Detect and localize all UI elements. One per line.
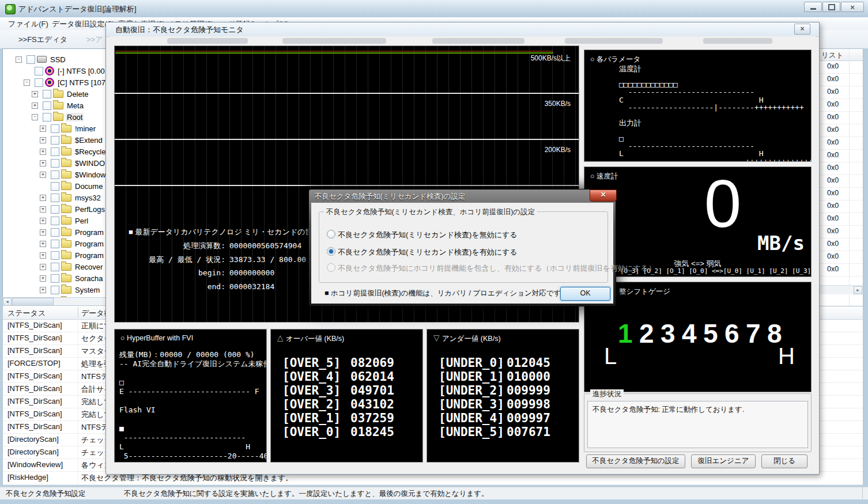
tree-item-label[interactable]: [-] NTFS [0.00	[56, 67, 106, 75]
tree-item-label[interactable]: Root	[66, 113, 84, 122]
tree-item[interactable]: +System	[3, 284, 106, 295]
tree-item-label[interactable]: Program	[74, 240, 105, 248]
radio-icon[interactable]	[327, 230, 335, 238]
tree-item[interactable]: +Program	[3, 249, 106, 261]
list-item[interactable]: 0x0	[819, 263, 863, 276]
list-item[interactable]: 0x0	[819, 200, 863, 213]
tree-checkbox[interactable]	[51, 147, 59, 156]
expand-icon[interactable]: +	[40, 172, 46, 178]
tree-checkbox[interactable]	[43, 101, 51, 110]
list-item[interactable]: 0x0	[819, 124, 863, 137]
tree-item-label[interactable]: $WINDO	[74, 159, 106, 168]
radio-option-1[interactable]: 不良セクタ危険予知(ミリセカンド検査)を有効にする	[311, 247, 613, 257]
tree-item-label[interactable]: msys32	[74, 194, 102, 202]
tree-item[interactable]: +$Recycle	[3, 146, 106, 157]
expand-icon[interactable]: +	[40, 229, 46, 236]
expand-icon[interactable]: +	[40, 160, 46, 166]
hex-list-scrollbar[interactable]: ►	[819, 285, 863, 294]
menu-item-0[interactable]: ファイル(F)	[8, 19, 48, 29]
tree-item[interactable]: +PerfLogs	[3, 203, 106, 215]
tree-checkbox[interactable]	[27, 55, 35, 64]
list-item[interactable]: 0x0	[819, 175, 863, 188]
expand-icon[interactable]: +	[40, 137, 46, 143]
expand-icon[interactable]: +	[40, 195, 46, 201]
maximize-button[interactable]	[822, 2, 840, 12]
toolbar-secondary-button[interactable]: >>ア	[86, 35, 103, 45]
risk-settings-button[interactable]: 不良セクタ危険予知の設定	[586, 454, 685, 468]
tree-checkbox[interactable]	[51, 182, 59, 191]
tree-item-label[interactable]: !miner	[74, 124, 97, 133]
expand-icon[interactable]: +	[40, 241, 46, 247]
expand-icon[interactable]: +	[40, 126, 46, 132]
collapse-icon[interactable]: -	[24, 79, 30, 86]
tree-checkbox[interactable]	[51, 263, 59, 271]
tree-item-label[interactable]: Program	[74, 251, 105, 260]
tree-item-label[interactable]: Meta	[66, 101, 85, 110]
tree-item-label[interactable]: $Extend	[74, 136, 104, 145]
tree-item-label[interactable]: Recover	[74, 263, 104, 271]
minimize-button[interactable]	[804, 2, 822, 12]
tree-item[interactable]: +Delete	[3, 88, 106, 100]
list-item[interactable]: 0x0	[819, 86, 863, 99]
tree-checkbox[interactable]	[35, 67, 43, 75]
list-item[interactable]: 0x0	[819, 137, 863, 150]
expand-icon[interactable]: +	[40, 287, 46, 293]
list-item[interactable]: 0x0	[819, 213, 863, 226]
monitor-close-button[interactable]: ×	[794, 24, 810, 35]
radio-icon[interactable]	[327, 247, 335, 256]
tree-item[interactable]: -[C] NTFS [107.	[3, 77, 106, 88]
tree-item[interactable]: +Meta	[3, 100, 106, 111]
tree-checkbox[interactable]	[51, 251, 59, 260]
tree-item[interactable]: +Soracha	[3, 272, 106, 284]
tree-item-label[interactable]: Program	[74, 228, 105, 237]
list-item[interactable]: 0x0	[819, 187, 863, 200]
tree-item[interactable]: +$WINDO	[3, 157, 106, 169]
fs-editor-button[interactable]: >>FSエディタ	[18, 35, 67, 45]
tree-item-label[interactable]: System	[74, 286, 101, 294]
tree-checkbox[interactable]	[51, 136, 59, 145]
list-item[interactable]: 0x0	[819, 162, 863, 175]
tree-item-label[interactable]: [C] NTFS [107.	[56, 78, 107, 87]
expand-icon[interactable]: +	[40, 275, 46, 282]
expand-icon[interactable]: +	[32, 91, 38, 97]
collapse-icon[interactable]: -	[32, 114, 38, 120]
tree-checkbox[interactable]	[43, 90, 51, 98]
settings-close-button[interactable]: ✕	[590, 190, 617, 202]
list-item[interactable]: 0x0	[819, 238, 863, 251]
tree-checkbox[interactable]	[35, 78, 43, 87]
expand-icon[interactable]: +	[40, 206, 46, 213]
tree-item-label[interactable]: Soracha	[74, 274, 104, 283]
tree-checkbox[interactable]	[51, 286, 59, 294]
tree-item-label[interactable]: $Recycle	[74, 147, 107, 156]
expand-icon[interactable]: +	[40, 264, 46, 270]
ok-button[interactable]: OK	[560, 287, 610, 301]
tree-item[interactable]: +Program	[3, 226, 106, 238]
tree-checkbox[interactable]	[51, 124, 59, 133]
tree-item[interactable]: +Recover	[3, 261, 106, 272]
tree-item-label[interactable]: PerfLogs	[74, 205, 106, 214]
tree-checkbox[interactable]	[51, 228, 59, 237]
tree-checkbox[interactable]	[51, 170, 59, 179]
list-item[interactable]: 0x0	[819, 73, 863, 86]
expand-icon[interactable]: +	[40, 149, 46, 155]
list-item[interactable]: 0x0	[819, 111, 863, 124]
tree-item-label[interactable]: Perl	[74, 217, 89, 225]
tree-item[interactable]: -Root	[3, 111, 106, 123]
tree-checkbox[interactable]	[51, 159, 59, 168]
tree-item-label[interactable]: Delete	[66, 90, 90, 98]
tree-checkbox[interactable]	[51, 194, 59, 202]
tree-item-label[interactable]: Docume	[74, 182, 104, 191]
tree-item[interactable]: +Program	[3, 238, 106, 249]
tree-item[interactable]: +Perl	[3, 215, 106, 226]
tree-item[interactable]: [-] NTFS [0.00	[3, 65, 106, 77]
tree-item[interactable]: -SSD	[3, 54, 106, 65]
tree-item-label[interactable]: $Window	[74, 170, 107, 179]
list-item[interactable]: 0x0	[819, 225, 863, 238]
tree-checkbox[interactable]	[43, 113, 51, 122]
close-button[interactable]: ×	[841, 2, 864, 12]
expand-icon[interactable]: +	[40, 252, 46, 259]
tree-item[interactable]: +!miner	[3, 123, 106, 134]
tree-checkbox[interactable]	[51, 205, 59, 214]
expand-icon[interactable]: +	[32, 103, 38, 109]
list-item[interactable]: 0x0	[819, 60, 863, 74]
